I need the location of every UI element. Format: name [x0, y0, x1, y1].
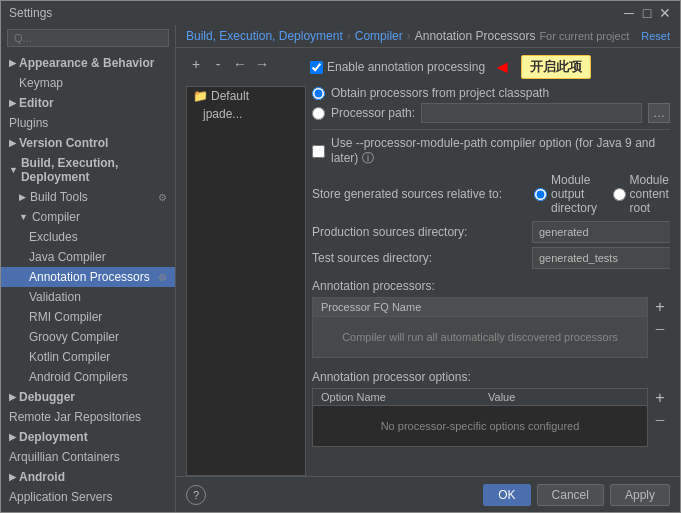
settings-icon: ⚙: [158, 272, 167, 283]
maximize-button[interactable]: □: [640, 6, 654, 20]
sidebar-item-annotation-processors[interactable]: Annotation Processors ⚙: [1, 267, 175, 287]
tree-toolbar: + - ← →: [186, 54, 306, 74]
moveup-toolbar-btn[interactable]: ←: [230, 54, 250, 74]
sidebar-item-debugger[interactable]: Debugger: [1, 387, 175, 407]
sidebar-item-keymap[interactable]: Keymap: [1, 73, 175, 93]
table-empty-msg: Compiler will run all automatically disc…: [332, 321, 628, 353]
sidebar-item-android[interactable]: Android: [1, 467, 175, 487]
obtain-processors-label: Obtain processors from project classpath: [331, 86, 549, 100]
window-controls: ─ □ ✕: [622, 6, 672, 20]
enable-annotation-checkbox[interactable]: [310, 61, 323, 74]
sidebar-item-coverage[interactable]: Coverage ⚙: [1, 507, 175, 512]
for-current-project-label: For current project: [539, 30, 629, 42]
sidebar-label: Compiler: [32, 210, 80, 224]
sidebar-label: Coverage: [9, 510, 61, 512]
annotation-processors-table: Processor FQ Name Compiler will run all …: [312, 297, 648, 358]
movedown-toolbar-btn[interactable]: →: [252, 54, 272, 74]
sidebar-item-excludes[interactable]: Excludes: [1, 227, 175, 247]
breadcrumb: Build, Execution, Deployment › Compiler …: [186, 29, 536, 43]
sidebar-item-build[interactable]: Build, Execution, Deployment: [1, 153, 175, 187]
breadcrumb-link-1[interactable]: Build, Execution, Deployment: [186, 29, 343, 43]
help-button[interactable]: ?: [186, 485, 206, 505]
chevron-icon: [9, 98, 16, 108]
sidebar-item-android-compilers[interactable]: Android Compilers: [1, 367, 175, 387]
sidebar-item-rmi-compiler[interactable]: RMI Compiler: [1, 307, 175, 327]
sidebar-item-remote-jar[interactable]: Remote Jar Repositories: [1, 407, 175, 427]
use-module-path-checkbox[interactable]: [312, 145, 325, 158]
use-module-path-row: Use --processor-module-path compiler opt…: [312, 136, 670, 167]
tree-label: Default: [211, 89, 249, 103]
options-side-buttons: + ─: [650, 388, 670, 447]
content-inner: + - ← → Enable annotation processing: [176, 48, 680, 476]
sidebar-item-kotlin-compiler[interactable]: Kotlin Compiler: [1, 347, 175, 367]
obtain-processors-radio[interactable]: [312, 87, 325, 100]
obtain-processors-row: Obtain processors from project classpath: [312, 86, 670, 100]
production-sources-input[interactable]: [532, 221, 670, 243]
remove-toolbar-btn[interactable]: -: [208, 54, 228, 74]
sidebar-label: Java Compiler: [29, 250, 106, 264]
sidebar-item-arquillian[interactable]: Arquillian Containers: [1, 447, 175, 467]
options-area: Obtain processors from project classpath…: [312, 86, 670, 476]
reset-link[interactable]: Reset: [641, 30, 670, 42]
ok-button[interactable]: OK: [483, 484, 530, 506]
sidebar-item-app-servers[interactable]: Application Servers: [1, 487, 175, 507]
folder-icon: 📁: [193, 89, 208, 103]
title-bar: Settings ─ □ ✕: [1, 1, 680, 25]
processor-fq-header: Processor FQ Name: [313, 298, 647, 316]
sidebar-item-appearance[interactable]: Appearance & Behavior: [1, 53, 175, 73]
enable-row: Enable annotation processing ◄ 开启此项: [310, 55, 670, 79]
breadcrumb-sep: ›: [347, 29, 351, 43]
sidebar-item-plugins[interactable]: Plugins: [1, 113, 175, 133]
production-sources-row: Production sources directory:: [312, 221, 670, 243]
sidebar-label: Kotlin Compiler: [29, 350, 110, 364]
window-title: Settings: [9, 6, 52, 20]
sidebar-label: Build Tools: [30, 190, 88, 204]
breadcrumb-sep: ›: [407, 29, 411, 43]
chevron-icon: [9, 58, 16, 68]
sidebar-item-validation[interactable]: Validation: [1, 287, 175, 307]
module-output-radio[interactable]: [534, 188, 547, 201]
browse-button[interactable]: …: [648, 103, 670, 123]
sidebar-item-groovy-compiler[interactable]: Groovy Compiler: [1, 327, 175, 347]
annotation-options-table: Option Name Value No processor-specific …: [312, 388, 648, 447]
content-panel: Build, Execution, Deployment › Compiler …: [176, 25, 680, 512]
tree-label: jpade...: [203, 107, 242, 121]
cancel-button[interactable]: Cancel: [537, 484, 604, 506]
split-area: 📁 Default jpade... Obtain proc: [186, 86, 670, 476]
sidebar-item-compiler[interactable]: Compiler: [1, 207, 175, 227]
add-option-btn[interactable]: +: [650, 388, 670, 408]
sidebar-label: Editor: [19, 96, 54, 110]
close-button[interactable]: ✕: [658, 6, 672, 20]
tree-project-item[interactable]: jpade...: [187, 105, 305, 123]
apply-button[interactable]: Apply: [610, 484, 670, 506]
toolbar-area: + - ← → Enable annotation processing: [186, 54, 670, 80]
sidebar-item-java-compiler[interactable]: Java Compiler: [1, 247, 175, 267]
breadcrumb-link-2[interactable]: Compiler: [355, 29, 403, 43]
sidebar-item-editor[interactable]: Editor: [1, 93, 175, 113]
bottom-bar: ? OK Cancel Apply: [176, 476, 680, 512]
sidebar-item-version-control[interactable]: Version Control: [1, 133, 175, 153]
annotation-options-title: Annotation processor options:: [312, 370, 471, 384]
sidebar-item-deployment[interactable]: Deployment: [1, 427, 175, 447]
module-content-radio[interactable]: [613, 188, 626, 201]
add-processor-btn[interactable]: +: [650, 297, 670, 317]
remove-option-btn[interactable]: ─: [650, 410, 670, 430]
processor-path-radio[interactable]: [312, 107, 325, 120]
add-toolbar-btn[interactable]: +: [186, 54, 206, 74]
minimize-button[interactable]: ─: [622, 6, 636, 20]
sidebar-item-build-tools[interactable]: Build Tools ⚙: [1, 187, 175, 207]
remove-processor-btn[interactable]: ─: [650, 319, 670, 339]
sidebar-label: Application Servers: [9, 490, 112, 504]
chevron-icon: [9, 165, 18, 175]
sidebar-label: Debugger: [19, 390, 75, 404]
chevron-icon: [19, 212, 28, 222]
sidebar-label: Plugins: [9, 116, 48, 130]
search-input[interactable]: [7, 29, 169, 47]
chevron-icon: [9, 432, 16, 442]
tree-area: + - ← →: [186, 54, 306, 80]
tree-default-item[interactable]: 📁 Default: [187, 87, 305, 105]
settings-window: Settings ─ □ ✕ Appearance & Behavior Key…: [0, 0, 681, 513]
chevron-icon: [9, 138, 16, 148]
test-sources-input[interactable]: [532, 247, 670, 269]
module-content-option: Module content root: [613, 173, 670, 215]
